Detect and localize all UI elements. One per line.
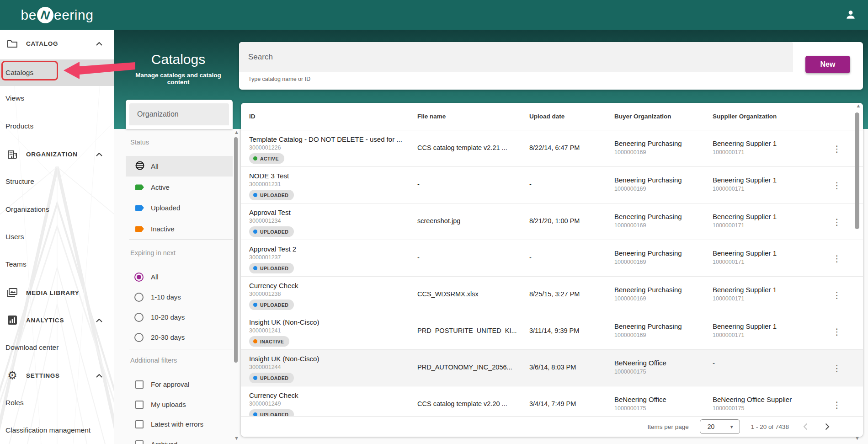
catalog-id: 3000001238: [249, 291, 281, 297]
file-name: screenshot.jpg: [417, 217, 460, 225]
supplier-organization-id: 1000000171: [713, 186, 745, 192]
supplier-organization: Beneering Supplier 1: [713, 139, 777, 147]
sidebar-item-download-center[interactable]: Download center: [0, 338, 114, 357]
tag-icon: [135, 226, 144, 232]
search-field[interactable]: [239, 42, 793, 72]
upload-date: 8/25/15, 3:27 PM: [529, 290, 580, 298]
status-filter-all[interactable]: All: [126, 156, 233, 177]
supplier-organization: Beneering Supplier 1: [713, 176, 777, 184]
file-name: PRD_AUTONOMY_INC_2056...: [417, 364, 512, 371]
status-badge-label: UPLOADED: [260, 412, 288, 417]
sidebar-item-organizations[interactable]: Organizations: [0, 200, 114, 219]
status-section-label: Status: [130, 139, 149, 146]
row-menu-kebab-icon[interactable]: ⋮: [831, 214, 843, 229]
radio-selected-icon: [134, 273, 144, 282]
sidebar-item-classification-management[interactable]: Classification management: [0, 421, 114, 439]
expiring-filter-1-10[interactable]: 1-10 days: [126, 287, 233, 307]
filter-for-approval[interactable]: For approval: [126, 374, 233, 395]
items-per-page-label: Items per page: [648, 423, 689, 430]
sidebar-item-users[interactable]: Users: [0, 228, 114, 246]
buyer-organization-id: 1000000169: [614, 186, 646, 192]
column-header-file-name[interactable]: File name: [417, 113, 446, 120]
supplier-organization: Beneering Supplier 1: [713, 213, 777, 220]
logo-n: N: [40, 7, 50, 22]
filter-my-uploads[interactable]: My uploads: [126, 394, 233, 415]
table-row[interactable]: Insight UK (Non-Cisco) 3000001241 INACTI…: [241, 313, 863, 350]
organization-field[interactable]: [129, 103, 229, 125]
expiring-option-label: All: [151, 273, 159, 281]
account-button[interactable]: [843, 7, 858, 22]
status-badge: UPLOADED: [249, 300, 294, 310]
page-title: Catalogs: [133, 52, 224, 67]
column-header-buyer-organization[interactable]: Buyer Organization: [614, 113, 671, 120]
file-name: -: [417, 254, 420, 261]
status-option-label: All: [151, 162, 159, 170]
new-catalog-button[interactable]: New: [805, 56, 850, 73]
row-menu-kebab-icon[interactable]: ⋮: [831, 251, 843, 266]
scroll-up-icon[interactable]: ▲: [853, 103, 864, 111]
status-filter-inactive[interactable]: Inactive: [126, 219, 233, 239]
column-header-id[interactable]: ID: [249, 113, 256, 120]
sidebar-section-organization[interactable]: ORGANIZATION: [0, 145, 114, 163]
status-filter-uploaded[interactable]: Uploaded: [126, 198, 233, 218]
column-header-supplier-organization[interactable]: Supplier Organization: [713, 113, 777, 120]
expiring-option-label: 1-10 days: [151, 293, 181, 301]
checkbox-icon: [135, 380, 144, 389]
sidebar-section-label: MEDIA LIBRARY: [26, 289, 80, 296]
sidebar-item-catalogs[interactable]: Catalogs: [0, 59, 114, 86]
sidebar-item-label: Teams: [5, 260, 27, 268]
sidebar-section-settings[interactable]: ⚙ SETTINGS: [0, 366, 114, 385]
sidebar-section-catalog[interactable]: CATALOG: [0, 34, 114, 53]
expiring-option-label: 20-30 days: [151, 333, 185, 341]
filter-archived[interactable]: Archived: [126, 434, 233, 444]
search-hint: Type catalog name or ID: [248, 76, 310, 82]
sidebar-section-media-library[interactable]: MEDIA LIBRARY: [0, 284, 114, 302]
table-row[interactable]: Template Catalog - DO NOT DELETE - used …: [241, 130, 863, 167]
status-option-label: Inactive: [151, 225, 175, 233]
buyer-organization: BeNeering Office: [614, 396, 666, 403]
sidebar-item-products[interactable]: Products: [0, 117, 114, 135]
status-filter-active[interactable]: Active: [126, 177, 233, 198]
filter-latest-with-errors[interactable]: Latest with errors: [126, 414, 233, 434]
row-menu-kebab-icon[interactable]: ⋮: [831, 397, 843, 412]
expiring-option-label: 10-20 days: [151, 313, 185, 321]
column-header-upload-date[interactable]: Upload date: [529, 113, 564, 120]
row-menu-kebab-icon[interactable]: ⋮: [831, 361, 843, 375]
page-size-select[interactable]: 20 ▼: [700, 419, 740, 434]
sidebar-item-roles[interactable]: Roles: [0, 394, 114, 412]
sidebar-item-label: Download center: [5, 343, 59, 352]
tag-icon: [135, 205, 144, 211]
table-row[interactable]: Insight UK (Non-Cisco) 3000001244 UPLOAD…: [241, 350, 863, 386]
scroll-down-icon[interactable]: ▼: [855, 436, 860, 441]
filter-scrollbar-thumb[interactable]: [234, 137, 238, 363]
row-menu-kebab-icon[interactable]: ⋮: [831, 324, 843, 339]
row-menu-kebab-icon[interactable]: ⋮: [831, 288, 843, 302]
scroll-up-icon[interactable]: ▲: [234, 130, 239, 135]
building-icon: [6, 148, 18, 160]
search-input[interactable]: [239, 42, 793, 72]
table-row[interactable]: NODE 3 Test 3000001231 UPLOADED - - Bene…: [241, 167, 863, 203]
row-menu-kebab-icon[interactable]: ⋮: [831, 178, 843, 193]
scroll-down-icon[interactable]: ▼: [234, 436, 239, 441]
organization-input[interactable]: [129, 103, 229, 125]
expiring-filter-all[interactable]: All: [126, 267, 233, 287]
table-row[interactable]: Currency Check 3000001249 UPLOADED CCS c…: [241, 386, 863, 416]
sidebar-section-analytics[interactable]: ANALYTICS: [0, 311, 114, 329]
table-scrollbar-thumb[interactable]: [855, 112, 859, 229]
expiring-filter-10-20[interactable]: 10-20 days: [126, 307, 233, 327]
row-menu-kebab-icon[interactable]: ⋮: [831, 141, 843, 156]
expiring-filter-20-30[interactable]: 20-30 days: [126, 327, 233, 348]
previous-page-button[interactable]: [800, 421, 811, 432]
checkbox-icon: [135, 420, 144, 428]
sidebar-item-views[interactable]: Views: [0, 89, 114, 107]
sidebar-item-structure[interactable]: Structure: [0, 172, 114, 191]
table-row[interactable]: Approval Test 2 3000001237 UPLOADED - - …: [241, 240, 863, 277]
supplier-organization-id: 1000000171: [713, 222, 745, 229]
catalog-table-card: ID File name Upload date Buyer Organizat…: [241, 103, 863, 437]
sidebar-item-teams[interactable]: Teams: [0, 255, 114, 273]
top-app-bar: beNeering: [0, 0, 868, 30]
next-page-button[interactable]: [822, 421, 833, 432]
table-row[interactable]: Approval Test 3000001234 UPLOADED screen…: [241, 203, 863, 240]
status-badge-label: UPLOADED: [260, 193, 288, 198]
table-row[interactable]: Currency Check 3000001238 UPLOADED CCS_W…: [241, 277, 863, 313]
